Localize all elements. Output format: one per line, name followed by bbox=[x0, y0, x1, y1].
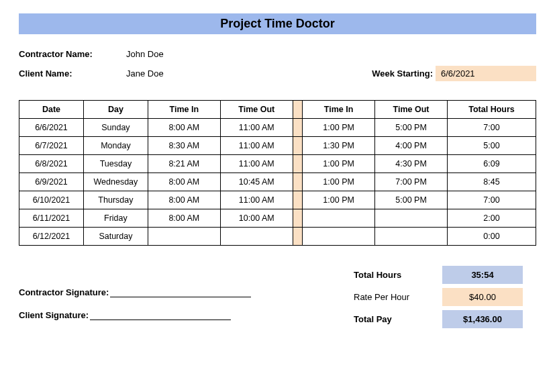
cell-date: 6/6/2021 bbox=[19, 119, 84, 137]
cell-time-out-1: 11:00 AM bbox=[220, 137, 293, 155]
cell-total: 7:00 bbox=[448, 119, 536, 137]
page-title: Project Time Doctor bbox=[19, 13, 536, 34]
header-time-in-2: Time In bbox=[303, 101, 375, 119]
cell-time-out-1: 10:00 AM bbox=[220, 209, 293, 228]
cell-day: Monday bbox=[83, 137, 148, 155]
header-date: Date bbox=[19, 101, 84, 119]
contractor-signature-label: Contractor Signature: bbox=[19, 287, 109, 297]
client-signature-line[interactable] bbox=[90, 309, 231, 320]
separator-cell bbox=[293, 209, 302, 228]
client-name: Jane Doe bbox=[126, 68, 164, 79]
separator-cell bbox=[293, 155, 302, 173]
table-row: 6/7/2021Monday8:30 AM11:00 AM1:30 PM4:00… bbox=[19, 137, 536, 155]
cell-time-out-2: 7:00 PM bbox=[375, 173, 448, 191]
cell-day: Friday bbox=[83, 209, 148, 228]
separator-cell bbox=[293, 119, 302, 137]
cell-day: Sunday bbox=[83, 119, 148, 137]
cell-total: 6:09 bbox=[448, 155, 536, 173]
contractor-row: Contractor Name: John Doe bbox=[19, 49, 536, 59]
cell-time-out-2 bbox=[375, 209, 448, 228]
table-row: 6/11/2021Friday8:00 AM10:00 AM2:00 bbox=[19, 209, 536, 228]
rate-value: $40.00 bbox=[442, 288, 523, 306]
cell-day: Wednesday bbox=[83, 173, 148, 191]
cell-date: 6/7/2021 bbox=[19, 137, 84, 155]
cell-time-in-1: 8:00 AM bbox=[148, 191, 220, 209]
cell-time-in-2: 1:00 PM bbox=[303, 191, 375, 209]
cell-date: 6/9/2021 bbox=[19, 173, 84, 191]
timesheet-table: Date Day Time In Time Out Time In Time O… bbox=[19, 100, 536, 246]
cell-time-in-1: 8:00 AM bbox=[148, 173, 220, 191]
cell-time-out-2: 5:00 PM bbox=[375, 119, 448, 137]
cell-time-out-1: 11:00 AM bbox=[220, 119, 293, 137]
contractor-signature-line[interactable] bbox=[110, 287, 251, 297]
week-starting-value: 6/6/2021 bbox=[436, 66, 536, 81]
cell-total: 8:45 bbox=[448, 173, 536, 191]
cell-time-out-1 bbox=[220, 228, 293, 246]
cell-time-in-2: 1:00 PM bbox=[303, 173, 375, 191]
cell-time-out-2: 5:00 PM bbox=[375, 191, 448, 209]
cell-day: Tuesday bbox=[83, 155, 148, 173]
client-row: Client Name: Jane Doe Week Starting: 6/6… bbox=[19, 66, 536, 81]
contractor-name: John Doe bbox=[126, 49, 164, 59]
table-header-row: Date Day Time In Time Out Time In Time O… bbox=[19, 101, 536, 119]
rate-label: Rate Per Hour bbox=[348, 288, 442, 306]
table-row: 6/6/2021Sunday8:00 AM11:00 AM1:00 PM5:00… bbox=[19, 119, 536, 137]
table-row: 6/9/2021Wednesday8:00 AM10:45 AM1:00 PM7… bbox=[19, 173, 536, 191]
contractor-label: Contractor Name: bbox=[19, 49, 126, 59]
total-hours-value: 35:54 bbox=[442, 266, 523, 284]
client-label: Client Name: bbox=[19, 68, 126, 79]
separator-cell bbox=[293, 173, 302, 191]
cell-time-in-1: 8:00 AM bbox=[148, 119, 220, 137]
cell-time-out-1: 10:45 AM bbox=[220, 173, 293, 191]
cell-time-in-1 bbox=[148, 228, 220, 246]
total-hours-label: Total Hours bbox=[348, 266, 442, 284]
cell-date: 6/10/2021 bbox=[19, 191, 84, 209]
cell-time-in-2: 1:00 PM bbox=[303, 155, 375, 173]
cell-time-out-1: 11:00 AM bbox=[220, 155, 293, 173]
cell-time-in-2 bbox=[303, 228, 375, 246]
client-signature-row: Client Signature: bbox=[19, 309, 348, 320]
cell-time-in-1: 8:30 AM bbox=[148, 137, 220, 155]
cell-time-out-2: 4:00 PM bbox=[375, 137, 448, 155]
contractor-signature-row: Contractor Signature: bbox=[19, 287, 348, 297]
cell-total: 7:00 bbox=[448, 191, 536, 209]
client-signature-label: Client Signature: bbox=[19, 310, 89, 320]
header-day: Day bbox=[83, 101, 148, 119]
cell-time-out-1: 11:00 AM bbox=[220, 191, 293, 209]
summary-block: Total Hours 35:54 Rate Per Hour $40.00 T… bbox=[348, 266, 536, 332]
total-pay-value: $1,436.00 bbox=[442, 310, 523, 328]
cell-total: 5:00 bbox=[448, 137, 536, 155]
cell-date: 6/11/2021 bbox=[19, 209, 84, 228]
table-row: 6/10/2021Thursday8:00 AM11:00 AM1:00 PM5… bbox=[19, 191, 536, 209]
separator-cell bbox=[293, 191, 302, 209]
header-total-hours: Total Hours bbox=[448, 101, 536, 119]
cell-time-in-2 bbox=[303, 209, 375, 228]
total-pay-label: Total Pay bbox=[348, 310, 442, 328]
cell-total: 0:00 bbox=[448, 228, 536, 246]
cell-day: Thursday bbox=[83, 191, 148, 209]
header-time-out-1: Time Out bbox=[220, 101, 293, 119]
cell-time-in-2: 1:00 PM bbox=[303, 119, 375, 137]
week-starting-label: Week Starting: bbox=[372, 68, 433, 79]
cell-date: 6/12/2021 bbox=[19, 228, 84, 246]
header-time-out-2: Time Out bbox=[375, 101, 448, 119]
cell-total: 2:00 bbox=[448, 209, 536, 228]
cell-time-in-1: 8:00 AM bbox=[148, 209, 220, 228]
cell-date: 6/8/2021 bbox=[19, 155, 84, 173]
separator-cell bbox=[293, 137, 302, 155]
table-row: 6/8/2021Tuesday8:21 AM11:00 AM1:00 PM4:3… bbox=[19, 155, 536, 173]
cell-time-out-2 bbox=[375, 228, 448, 246]
cell-time-in-2: 1:30 PM bbox=[303, 137, 375, 155]
table-row: 6/12/2021Saturday0:00 bbox=[19, 228, 536, 246]
cell-time-in-1: 8:21 AM bbox=[148, 155, 220, 173]
separator-cell bbox=[293, 228, 302, 246]
cell-day: Saturday bbox=[83, 228, 148, 246]
separator-header bbox=[293, 101, 302, 119]
header-time-in-1: Time In bbox=[148, 101, 220, 119]
cell-time-out-2: 4:30 PM bbox=[375, 155, 448, 173]
